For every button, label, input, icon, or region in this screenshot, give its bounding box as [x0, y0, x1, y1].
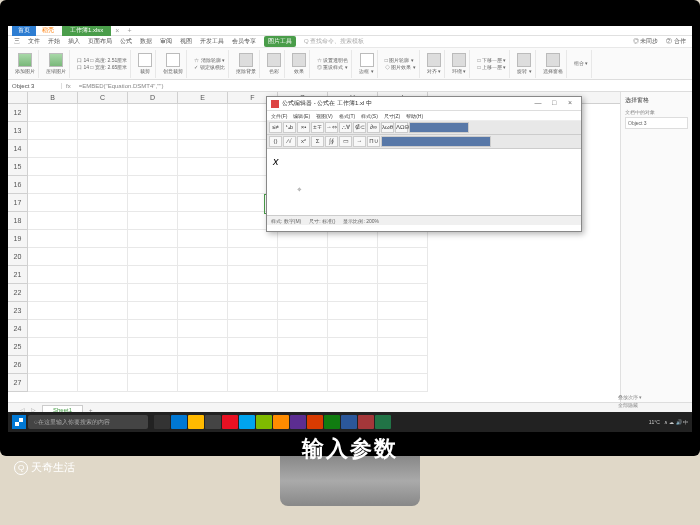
cell[interactable]: [128, 122, 178, 140]
cell[interactable]: [78, 374, 128, 392]
reset-style[interactable]: ◎ 重设样式 ▾: [317, 64, 348, 71]
eq-tmpl[interactable]: ▭: [339, 136, 352, 147]
cell[interactable]: [28, 176, 78, 194]
row-18[interactable]: 18: [8, 212, 28, 230]
cell[interactable]: [228, 248, 278, 266]
app-icon[interactable]: [205, 415, 221, 429]
row-21[interactable]: 21: [8, 266, 28, 284]
cell[interactable]: [78, 230, 128, 248]
cell[interactable]: [28, 356, 78, 374]
taskview-icon[interactable]: [154, 415, 170, 429]
app-icon[interactable]: [222, 415, 238, 429]
eq-tool[interactable]: ∴∀: [339, 122, 352, 133]
cell[interactable]: [378, 302, 428, 320]
eq-menu-size[interactable]: 尺寸(Z): [384, 113, 400, 119]
cell[interactable]: [178, 176, 228, 194]
weather-widget[interactable]: 11°C: [649, 419, 660, 425]
eq-tmpl[interactable]: Π∪: [367, 136, 380, 147]
selpane-icon[interactable]: [546, 53, 560, 67]
cell[interactable]: [278, 302, 328, 320]
eq-tool[interactable]: →⇔: [325, 122, 338, 133]
cell[interactable]: [128, 158, 178, 176]
border-icon[interactable]: [360, 53, 374, 67]
wps-icon[interactable]: [324, 415, 340, 429]
cell[interactable]: [178, 230, 228, 248]
row-19[interactable]: 19: [8, 230, 28, 248]
cell[interactable]: [178, 284, 228, 302]
cell[interactable]: [328, 320, 378, 338]
cell[interactable]: [128, 230, 178, 248]
cell[interactable]: [28, 266, 78, 284]
cell[interactable]: [78, 320, 128, 338]
maximize-icon[interactable]: □: [547, 99, 561, 109]
row-23[interactable]: 23: [8, 302, 28, 320]
menu-file[interactable]: 文件: [28, 37, 40, 46]
cell[interactable]: [378, 266, 428, 284]
cell[interactable]: [278, 230, 328, 248]
cell[interactable]: [128, 212, 178, 230]
cell[interactable]: [178, 374, 228, 392]
cell[interactable]: [28, 374, 78, 392]
app-icon[interactable]: [375, 415, 391, 429]
eq-tool[interactable]: ∂∞: [367, 122, 380, 133]
cell[interactable]: [228, 302, 278, 320]
cell[interactable]: [28, 122, 78, 140]
name-box[interactable]: Object 3: [8, 83, 62, 89]
cell[interactable]: [278, 374, 328, 392]
cell[interactable]: [28, 338, 78, 356]
cell[interactable]: [228, 284, 278, 302]
row-20[interactable]: 20: [8, 248, 28, 266]
cell[interactable]: [78, 158, 128, 176]
add-pic-icon[interactable]: [18, 53, 32, 67]
cell[interactable]: [28, 212, 78, 230]
eq-menu-file[interactable]: 文件(F): [271, 113, 287, 119]
formula-input[interactable]: =EMBED("Equation.DSMT4",""): [75, 83, 692, 89]
creative-crop-icon[interactable]: [166, 53, 180, 67]
cell[interactable]: [328, 356, 378, 374]
cell[interactable]: [328, 284, 378, 302]
eq-tmpl[interactable]: (): [269, 136, 282, 147]
cell[interactable]: [78, 248, 128, 266]
select-all-corner[interactable]: [8, 92, 28, 103]
app-icon[interactable]: [239, 415, 255, 429]
row-22[interactable]: 22: [8, 284, 28, 302]
app-icon[interactable]: [307, 415, 323, 429]
cell[interactable]: [178, 320, 228, 338]
cell[interactable]: [28, 194, 78, 212]
eq-tool[interactable]: ¹ₐb: [283, 122, 296, 133]
taskbar-search[interactable]: ○ 在这里输入你要搜索的内容: [28, 415, 148, 429]
cell[interactable]: [78, 140, 128, 158]
bring-front[interactable]: □ 上移一层 ▾: [477, 64, 506, 71]
eq-tool[interactable]: ∉⊂: [353, 122, 366, 133]
cell[interactable]: [378, 374, 428, 392]
cell[interactable]: [78, 176, 128, 194]
cell[interactable]: [128, 302, 178, 320]
cell[interactable]: [78, 284, 128, 302]
tab-close-icon[interactable]: ×: [111, 26, 123, 35]
row-27[interactable]: 27: [8, 374, 28, 392]
cell[interactable]: [378, 320, 428, 338]
cell[interactable]: [28, 158, 78, 176]
group-opt[interactable]: 组合 ▾: [574, 60, 588, 67]
fx-icon[interactable]: fx: [62, 83, 75, 89]
cell[interactable]: [278, 266, 328, 284]
cell[interactable]: [178, 194, 228, 212]
explorer-icon[interactable]: [188, 415, 204, 429]
cell[interactable]: [178, 122, 228, 140]
sync-status[interactable]: ◎ 未同步: [633, 37, 659, 46]
cell[interactable]: [128, 374, 178, 392]
row-15[interactable]: 15: [8, 158, 28, 176]
cell[interactable]: [78, 356, 128, 374]
cell[interactable]: [128, 104, 178, 122]
cell[interactable]: [178, 338, 228, 356]
cell[interactable]: [78, 104, 128, 122]
col-C[interactable]: C: [78, 92, 128, 103]
cell[interactable]: [28, 248, 78, 266]
eq-tmpl[interactable]: [381, 136, 491, 147]
eq-menu-view[interactable]: 视图(V): [316, 113, 333, 119]
eq-tool[interactable]: ×•: [297, 122, 310, 133]
app-icon[interactable]: [273, 415, 289, 429]
edge-icon[interactable]: [171, 415, 187, 429]
cell[interactable]: [328, 266, 378, 284]
cell[interactable]: [28, 302, 78, 320]
